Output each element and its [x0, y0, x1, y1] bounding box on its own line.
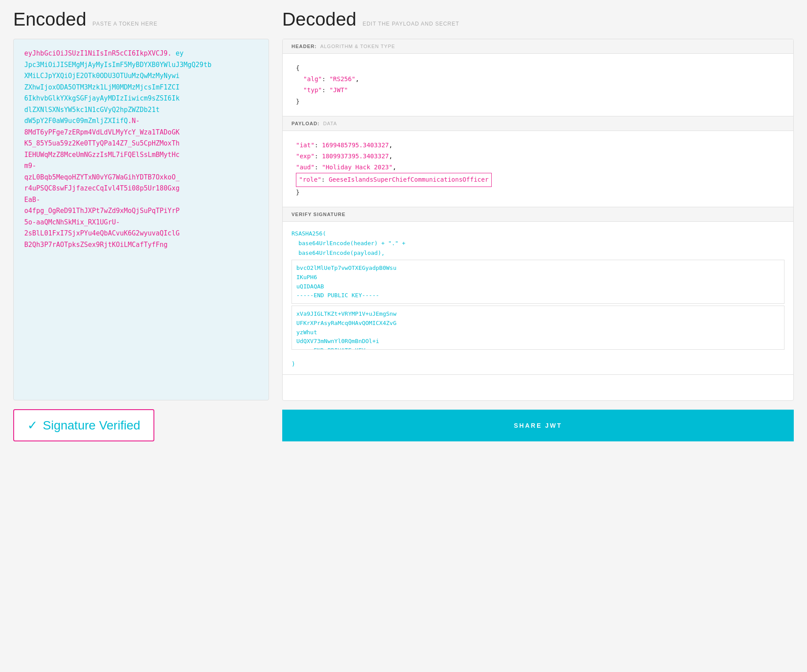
- payload-brace-close: }: [296, 189, 299, 196]
- verify-paren-close: ): [283, 358, 793, 374]
- token-dot2: .: [128, 117, 132, 125]
- public-key-line4: -----END PUBLIC KEY-----: [296, 292, 379, 299]
- left-panel: Encoded PASTE A TOKEN HERE eyJhbGciOiJSU…: [13, 9, 269, 441]
- header-label-text: HEADER:: [291, 44, 317, 49]
- header-label-sub: ALGORITHM & TOKEN TYPE: [320, 44, 395, 49]
- share-jwt-button[interactable]: SHARE JWT: [282, 410, 794, 441]
- payload-role-key: "role": [299, 176, 321, 183]
- payload-role-value: GeeseIslandsSuperChiefCommunicationsOffi…: [329, 176, 488, 183]
- payload-label-text: PAYLOAD:: [291, 121, 320, 126]
- verify-content: RSASHA256( base64UrlEncode(header) + "."…: [283, 222, 793, 358]
- public-key-line1: bvcO2lMlUeTp7vwOTXEGyadpB0Wsu: [296, 265, 396, 271]
- encoded-subtitle: PASTE A TOKEN HERE: [93, 21, 157, 27]
- payload-iat-key: "iat": [296, 142, 314, 149]
- payload-label-sub: DATA: [323, 121, 337, 126]
- payload-role-line: "role": GeeseIslandsSuperChiefCommunicat…: [296, 173, 492, 187]
- decoded-subtitle: EDIT THE PAYLOAD AND SECRET: [362, 21, 460, 27]
- payload-exp-key: "exp": [296, 153, 314, 160]
- private-key-line1: xVa9JIGLTKZt+VRYMP1V+uJEmgSnw: [296, 310, 396, 317]
- encoded-header: Encoded PASTE A TOKEN HERE: [13, 9, 269, 30]
- header-alg-value: "RS256": [329, 75, 355, 82]
- payload-iat-value: 1699485795.3403327: [322, 142, 389, 149]
- public-key-line3: uQIDAQAB: [296, 283, 324, 290]
- verify-line1: base64UrlEncode(header) + "." +: [299, 240, 406, 246]
- header-section-label: HEADER: ALGORITHM & TOKEN TYPE: [283, 39, 793, 54]
- private-key-line2: UFKrXPrAsyRaMcq0HAvQOMICX4ZvG: [296, 320, 396, 326]
- encoded-title: Encoded: [13, 9, 86, 30]
- public-key-line2: IKuPH6: [296, 274, 317, 280]
- verify-section-label: VERIFY SIGNATURE: [283, 207, 793, 222]
- header-brace-open: {: [296, 64, 299, 71]
- header-section: HEADER: ALGORITHM & TOKEN TYPE { "alg": …: [283, 39, 793, 116]
- payload-aud-value: "Holiday Hack 2023": [322, 164, 392, 171]
- decoded-header: Decoded EDIT THE PAYLOAD AND SECRET: [282, 9, 794, 30]
- payload-section: PAYLOAD: DATA "iat": 1699485795.3403327,…: [283, 116, 793, 207]
- right-panel: Decoded EDIT THE PAYLOAD AND SECRET HEAD…: [282, 9, 794, 441]
- signature-verified-text: Signature Verified: [43, 418, 140, 433]
- signature-verified-box: ✓ Signature Verified: [13, 409, 154, 441]
- payload-exp-value: 1809937395.3403327: [322, 153, 389, 160]
- payload-content[interactable]: "iat": 1699485795.3403327, "exp": 180993…: [283, 131, 793, 207]
- payload-aud-key: "aud": [296, 164, 314, 171]
- verify-line2: base64UrlEncode(payload),: [299, 250, 385, 256]
- header-brace-close: }: [296, 98, 299, 105]
- decoded-title: Decoded: [282, 9, 356, 30]
- token-part2: ey Jpc3MiOiJISEMgMjAyMyIsImF5MyBDYXB0YWl…: [24, 49, 211, 125]
- token-part3: N- 8MdT6yPFge7zERpm4VdLdVLMyYcY_Wza1TADo…: [24, 117, 179, 249]
- token-dot1: .: [168, 49, 172, 57]
- verify-label-text: VERIFY SIGNATURE: [291, 212, 346, 217]
- decoded-sections: HEADER: ALGORITHM & TOKEN TYPE { "alg": …: [282, 39, 794, 401]
- header-content[interactable]: { "alg": "RS256", "typ": "JWT" }: [283, 54, 793, 116]
- private-key-line3: yzWhut: [296, 329, 317, 336]
- private-key-box[interactable]: xVa9JIGLTKZt+VRYMP1V+uJEmgSnw UFKrXPrAsy…: [291, 306, 785, 350]
- main-layout: Encoded PASTE A TOKEN HERE eyJhbGciOiJSU…: [0, 0, 807, 450]
- token-part1: eyJhbGciOiJSUzI1NiIsInR5cCI6IkpXVCJ9: [24, 49, 168, 57]
- encoded-token-box[interactable]: eyJhbGciOiJSUzI1NiIsInR5cCI6IkpXVCJ9. ey…: [13, 39, 269, 400]
- payload-section-label: PAYLOAD: DATA: [283, 116, 793, 131]
- header-alg-key: "alg": [303, 75, 322, 82]
- public-key-box[interactable]: bvcO2lMlUeTp7vwOTXEGyadpB0Wsu IKuPH6 uQI…: [291, 260, 785, 304]
- private-key-line5: -----END PRIVATE KEY-----: [296, 347, 383, 350]
- header-typ-key: "typ": [303, 86, 322, 93]
- header-typ-value: "JWT": [329, 86, 348, 93]
- verify-section: VERIFY SIGNATURE RSASHA256( base64UrlEnc…: [283, 207, 793, 375]
- check-icon: ✓: [27, 418, 37, 433]
- private-key-line4: UdQXV73mNwnYl0RQmBnDOl+i: [296, 338, 379, 344]
- verify-fn-name: RSASHA256(: [291, 230, 326, 237]
